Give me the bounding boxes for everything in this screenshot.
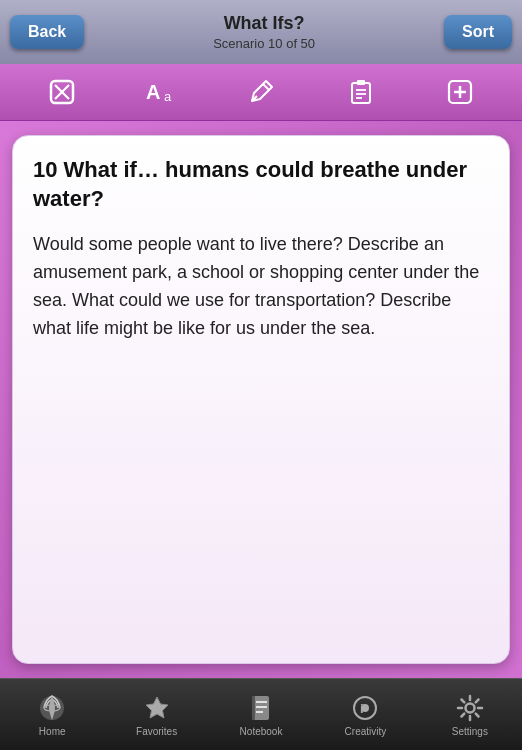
- back-button[interactable]: Back: [10, 15, 84, 49]
- header: Back What Ifs? Scenario 10 of 50 Sort: [0, 0, 522, 64]
- tab-favorites-label: Favorites: [136, 726, 177, 737]
- header-center: What Ifs? Scenario 10 of 50: [92, 13, 436, 51]
- notebook-icon: [246, 693, 276, 723]
- shuffle-icon[interactable]: [42, 72, 82, 112]
- home-icon: [37, 693, 67, 723]
- svg-rect-19: [252, 696, 255, 720]
- tab-notebook[interactable]: Notebook: [209, 679, 313, 750]
- tab-home[interactable]: Home: [0, 679, 104, 750]
- creativity-icon: i: [350, 693, 380, 723]
- page-title: What Ifs?: [92, 13, 436, 34]
- toolbar: A a: [0, 64, 522, 121]
- svg-line-31: [461, 699, 464, 702]
- tab-creativity-label: Creativity: [345, 726, 387, 737]
- svg-line-5: [263, 84, 269, 90]
- edit-icon[interactable]: [241, 72, 281, 112]
- tab-favorites[interactable]: Favorites: [104, 679, 208, 750]
- svg-rect-7: [352, 83, 370, 103]
- font-size-icon[interactable]: A a: [141, 72, 181, 112]
- favorites-icon: [142, 693, 172, 723]
- svg-line-32: [476, 713, 479, 716]
- card-title: 10 What if… humans could breathe under w…: [33, 156, 489, 213]
- main-content: 10 What if… humans could breathe under w…: [0, 121, 522, 678]
- tab-notebook-label: Notebook: [240, 726, 283, 737]
- card-body: Would some people want to live there? De…: [33, 231, 489, 343]
- svg-marker-17: [146, 697, 168, 718]
- svg-rect-18: [253, 696, 269, 720]
- svg-point-26: [465, 703, 474, 712]
- svg-text:i: i: [360, 701, 364, 716]
- svg-line-33: [476, 699, 479, 702]
- sort-button[interactable]: Sort: [444, 15, 512, 49]
- tab-settings[interactable]: Settings: [418, 679, 522, 750]
- notes-icon[interactable]: [341, 72, 381, 112]
- tab-creativity[interactable]: i Creativity: [313, 679, 417, 750]
- tab-home-label: Home: [39, 726, 66, 737]
- add-icon[interactable]: [440, 72, 480, 112]
- scenario-card: 10 What if… humans could breathe under w…: [12, 135, 510, 664]
- tab-settings-label: Settings: [452, 726, 488, 737]
- tab-bar: Home Favorites Notebook: [0, 678, 522, 750]
- svg-text:A: A: [146, 81, 160, 103]
- svg-rect-8: [357, 80, 365, 85]
- svg-line-34: [461, 713, 464, 716]
- settings-icon: [455, 693, 485, 723]
- svg-text:a: a: [164, 89, 172, 104]
- page-subtitle: Scenario 10 of 50: [92, 36, 436, 51]
